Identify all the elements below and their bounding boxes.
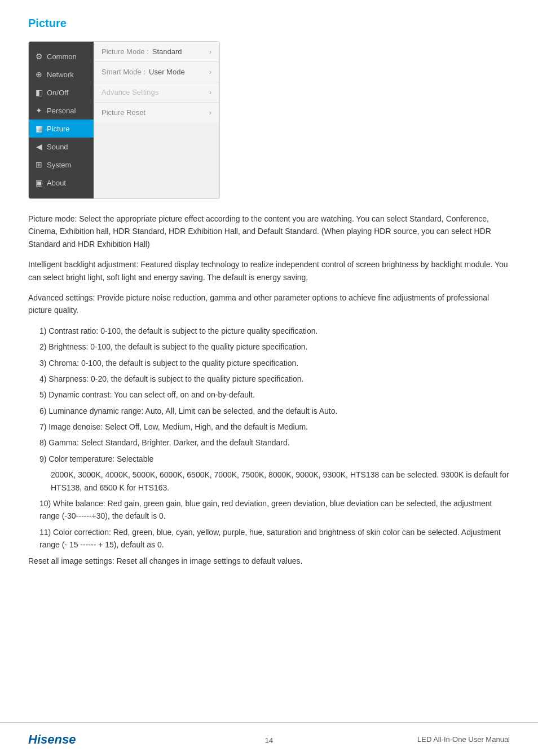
chevron-picture-mode-icon: › bbox=[209, 48, 211, 56]
menu-row-picture-mode[interactable]: Picture Mode : Standard› bbox=[94, 42, 219, 62]
body-paragraphs: Picture mode: Select the appropriate pic… bbox=[28, 213, 510, 317]
page-content: Picture ⚙Common⊕Network◧On/Off✦Personal▦… bbox=[0, 0, 538, 620]
sidebar-item-picture[interactable]: ▦Picture bbox=[29, 120, 94, 138]
about-icon: ▣ bbox=[34, 178, 43, 187]
system-icon: ⊞ bbox=[34, 160, 43, 169]
brand-text: Hisense bbox=[28, 732, 76, 746]
sidebar-label-personal: Personal bbox=[47, 107, 76, 115]
personal-icon: ✦ bbox=[34, 106, 43, 115]
list-item-9: 2000K, 3000K, 4000K, 5000K, 6000K, 6500K… bbox=[51, 468, 510, 494]
list-item-0: 1) Contrast ratio: 0-100, the default is… bbox=[39, 325, 510, 337]
list-item-4: 5) Dynamic contrast: You can select off,… bbox=[39, 388, 510, 401]
menu-value-smart-mode: User Mode bbox=[149, 68, 185, 76]
manual-label: LED All-In-One User Manual bbox=[417, 735, 510, 744]
sidebar-item-onoff[interactable]: ◧On/Off bbox=[29, 83, 94, 101]
body-paragraph-0: Picture mode: Select the appropriate pic… bbox=[28, 213, 510, 250]
menu-row-picture-reset[interactable]: Picture Reset› bbox=[94, 103, 219, 122]
list-item-10: 10) White balance: Red gain, green gain,… bbox=[39, 497, 510, 523]
menu-label-smart-mode: Smart Mode : bbox=[102, 68, 145, 76]
list-item-6: 7) Image denoise: Select Off, Low, Mediu… bbox=[39, 421, 510, 433]
menu-label-picture-mode: Picture Mode : bbox=[102, 47, 149, 56]
menu-row-left-advance-settings: Advance Settings bbox=[102, 88, 162, 96]
list-item-1: 2) Brightness: 0-100, the default is sub… bbox=[39, 341, 510, 353]
list-item-5: 6) Luminance dynamic range: Auto, All, L… bbox=[39, 405, 510, 417]
menu-label-advance-settings: Advance Settings bbox=[102, 88, 158, 96]
common-icon: ⚙ bbox=[34, 52, 43, 61]
menu-row-advance-settings[interactable]: Advance Settings› bbox=[94, 82, 219, 103]
sidebar-label-network: Network bbox=[47, 70, 74, 79]
body-paragraph-2: Advanced settings: Provide picture noise… bbox=[28, 291, 510, 317]
sidebar-item-about[interactable]: ▣About bbox=[29, 174, 94, 192]
sidebar-item-network[interactable]: ⊕Network bbox=[29, 65, 94, 83]
list-item-7: 8) Gamma: Select Standard, Brighter, Dar… bbox=[39, 436, 510, 449]
page-title: Picture bbox=[28, 17, 510, 30]
brand-logo: Hisense bbox=[28, 732, 76, 747]
sidebar: ⚙Common⊕Network◧On/Off✦Personal▦Picture◀… bbox=[29, 42, 94, 198]
chevron-picture-reset-icon: › bbox=[209, 109, 211, 117]
sidebar-label-sound: Sound bbox=[47, 143, 68, 151]
ui-panel: ⚙Common⊕Network◧On/Off✦Personal▦Picture◀… bbox=[28, 41, 220, 199]
picture-icon: ▦ bbox=[34, 124, 43, 133]
menu-row-left-picture-reset: Picture Reset bbox=[102, 108, 149, 117]
footer-text: Reset all image settings: Reset all chan… bbox=[28, 555, 510, 567]
menu-row-left-smart-mode: Smart Mode : User Mode bbox=[102, 68, 185, 76]
onoff-icon: ◧ bbox=[34, 88, 43, 97]
sidebar-label-about: About bbox=[47, 179, 66, 187]
list-item-8: 9) Color temperature: Selectable bbox=[39, 453, 510, 465]
sidebar-item-common[interactable]: ⚙Common bbox=[29, 47, 94, 65]
sidebar-label-system: System bbox=[47, 161, 71, 169]
page-number: 14 bbox=[265, 736, 273, 745]
sidebar-item-sound[interactable]: ◀Sound bbox=[29, 138, 94, 156]
sidebar-label-picture: Picture bbox=[47, 125, 69, 133]
sidebar-label-onoff: On/Off bbox=[47, 89, 68, 97]
sidebar-item-system[interactable]: ⊞System bbox=[29, 156, 94, 174]
menu-value-picture-mode: Standard bbox=[152, 47, 182, 56]
list-item-11: 11) Color correction: Red, green, blue, … bbox=[39, 526, 510, 551]
body-paragraph-1: Intelligent backlight adjustment: Featur… bbox=[28, 258, 510, 284]
main-panel: Picture Mode : Standard›Smart Mode : Use… bbox=[94, 42, 219, 198]
menu-row-left-picture-mode: Picture Mode : Standard bbox=[102, 47, 182, 56]
menu-row-smart-mode[interactable]: Smart Mode : User Mode› bbox=[94, 62, 219, 82]
menu-label-picture-reset: Picture Reset bbox=[102, 108, 145, 117]
sound-icon: ◀ bbox=[34, 142, 43, 151]
list-item-3: 4) Sharpness: 0-20, the default is subje… bbox=[39, 373, 510, 385]
body-list: 1) Contrast ratio: 0-100, the default is… bbox=[28, 325, 510, 551]
sidebar-label-common: Common bbox=[47, 52, 77, 61]
chevron-advance-settings-icon: › bbox=[209, 89, 211, 96]
network-icon: ⊕ bbox=[34, 70, 43, 79]
list-item-2: 3) Chroma: 0-100, the default is subject… bbox=[39, 357, 510, 369]
sidebar-item-personal[interactable]: ✦Personal bbox=[29, 101, 94, 120]
chevron-smart-mode-icon: › bbox=[209, 68, 211, 76]
